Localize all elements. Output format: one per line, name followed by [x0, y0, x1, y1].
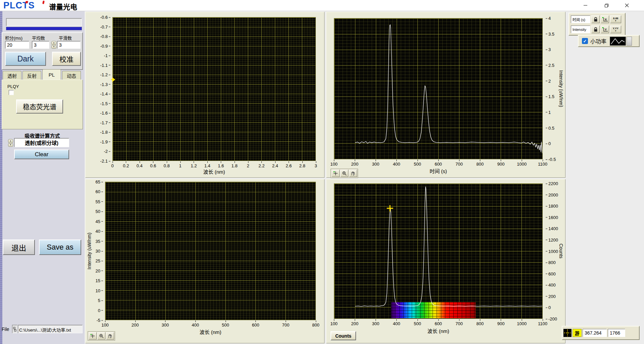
plot-area-time-intensity[interactable]: [334, 18, 543, 159]
x-tick-label: 900: [497, 162, 505, 167]
y-tick-label: -2.1: [100, 159, 108, 164]
y-tick-label: 5: [98, 298, 100, 303]
x-tick-label: 1000: [517, 321, 527, 326]
x-tick-label: 700: [282, 322, 289, 328]
dark-button[interactable]: Dark: [5, 52, 46, 66]
integration-field[interactable]: 20: [5, 41, 29, 49]
average-label: 平均数: [32, 35, 45, 41]
x-tick-label: 500: [414, 162, 421, 167]
y-tick-label: 1200: [548, 237, 558, 242]
pl-tab-page: PLQY 稳态荧光谱: [2, 80, 83, 129]
y-tick-label: 1600: [548, 215, 558, 220]
save-as-button[interactable]: Save as: [39, 240, 81, 255]
y-tick-label: 15: [96, 278, 100, 283]
graph-cursor[interactable]: [111, 77, 115, 82]
minimize-button[interactable]: [578, 0, 593, 11]
y-tick-label: -1.8: [100, 130, 108, 135]
y-axis-label: Intensity (uW/nm): [86, 182, 92, 320]
close-button[interactable]: [619, 0, 635, 11]
plqy-checkbox[interactable]: [9, 90, 14, 95]
y-tick-label: 10: [96, 288, 100, 293]
x-axis-label: 时间 (s): [334, 167, 543, 174]
x-autoscale-button[interactable]: X: [601, 15, 609, 23]
graph-cursor[interactable]: [387, 205, 393, 211]
graph-palette: [88, 331, 115, 341]
smooth-field[interactable]: 3: [57, 41, 81, 49]
y-tick-label: -1.2: [100, 72, 108, 77]
cursor-tool-button[interactable]: [89, 332, 97, 340]
plot-style-sample[interactable]: [610, 37, 626, 46]
steady-fluorescence-button[interactable]: 稳态荧光谱: [16, 99, 63, 114]
y-tick-label: 0.5: [548, 125, 554, 130]
tab-transmission[interactable]: 透射: [3, 71, 21, 80]
path-type-icon[interactable]: [12, 325, 17, 333]
x-tick-label: 700: [455, 162, 463, 167]
y-tick-label: -2: [104, 149, 108, 154]
svg-text:X: X: [605, 18, 607, 21]
plot-visible-checkbox[interactable]: ✓: [582, 38, 588, 44]
absorption-mode-stepper[interactable]: ▲▼: [8, 139, 13, 147]
x-axis-name-field[interactable]: 时间 (s): [571, 15, 590, 23]
y-tick-label: 0: [548, 305, 551, 310]
y-tick-label: 400: [548, 283, 556, 288]
y-tick-label: -1.1: [100, 62, 108, 68]
x-tick-label: 800: [312, 322, 319, 328]
pan-tool-button[interactable]: [349, 170, 357, 177]
x-axis-label: 波长 (nm): [112, 168, 316, 175]
x-tick-label: 200: [351, 321, 358, 326]
plot-name-label: 小功率: [590, 37, 606, 45]
tab-pl[interactable]: PL: [42, 69, 61, 80]
y-tick-label: 25: [96, 258, 100, 263]
tab-dynamic[interactable]: 动态: [62, 71, 81, 80]
smooth-stepper[interactable]: ▲▼: [51, 41, 56, 49]
y-lock-button[interactable]: [591, 26, 600, 33]
x-axis-ticks: 10020030040050060070080090010001100: [334, 320, 543, 325]
y-tick-label: -1: [104, 53, 108, 58]
cursor-x-value[interactable]: 367.264: [583, 329, 607, 337]
smooth-label: 平滑数: [59, 35, 72, 41]
zoom-tool-button[interactable]: [340, 170, 348, 177]
zoom-tool-button[interactable]: [97, 332, 105, 340]
average-field[interactable]: 3: [32, 41, 49, 49]
status-indicator: [6, 18, 82, 26]
y-format-button[interactable]: Y.YY▼: [610, 26, 621, 33]
x-tick-label: 400: [393, 162, 400, 167]
y-tick-label: 0: [548, 141, 551, 146]
pan-tool-button[interactable]: [106, 332, 114, 340]
x-tick-label: 100: [101, 322, 109, 328]
x-tick-label: 500: [222, 322, 229, 328]
x-tick-label: 100: [330, 162, 338, 167]
integration-label: 积分(ms): [5, 35, 22, 41]
app-logo: PLCTS: [3, 0, 35, 11]
cursor-tool-button[interactable]: [332, 170, 340, 177]
tab-reflection[interactable]: 反射: [22, 71, 41, 80]
cursor-name-cell[interactable]: 游: [573, 329, 582, 337]
clear-button[interactable]: Clear: [14, 149, 69, 159]
y-tick-label: 1400: [548, 226, 558, 231]
cursor-mover-pad[interactable]: [563, 329, 572, 337]
x-lock-button[interactable]: [591, 15, 600, 23]
y-tick-label: 0: [98, 308, 100, 313]
cursor-y-value[interactable]: 1766: [608, 329, 625, 337]
plot-area-spectrum-intensity[interactable]: [105, 182, 316, 320]
x-tick-label: 1100: [538, 162, 547, 167]
plot-area-absorbance[interactable]: [112, 17, 316, 161]
absorption-mode-select[interactable]: 透射(或积分球): [14, 138, 69, 147]
y-axis-name-field[interactable]: Intensity: [571, 26, 590, 33]
plot-area-spectrum-counts[interactable]: [334, 183, 543, 319]
x-format-button[interactable]: 8.88▼: [610, 15, 621, 23]
y-autoscale-button[interactable]: Y: [601, 26, 609, 33]
y-tick-label: 2200: [548, 181, 558, 186]
calibrate-button[interactable]: 校准: [52, 52, 81, 66]
y-tick-label: 600: [548, 271, 556, 276]
exit-button[interactable]: 退出: [3, 240, 35, 255]
cursor-legend: 游 367.264 1766: [562, 326, 640, 340]
x-tick-label: 1100: [538, 321, 547, 326]
x-tick-label: 800: [477, 162, 484, 167]
lock-icon: [594, 27, 598, 32]
counts-legend-button[interactable]: Counts: [331, 331, 356, 340]
legend-scroll-button[interactable]: [627, 37, 632, 46]
x-tick-label: 500: [414, 321, 421, 326]
file-path-field[interactable]: C:\Users\...\测试\大功率.txt: [18, 325, 83, 333]
restore-button[interactable]: [599, 0, 614, 11]
